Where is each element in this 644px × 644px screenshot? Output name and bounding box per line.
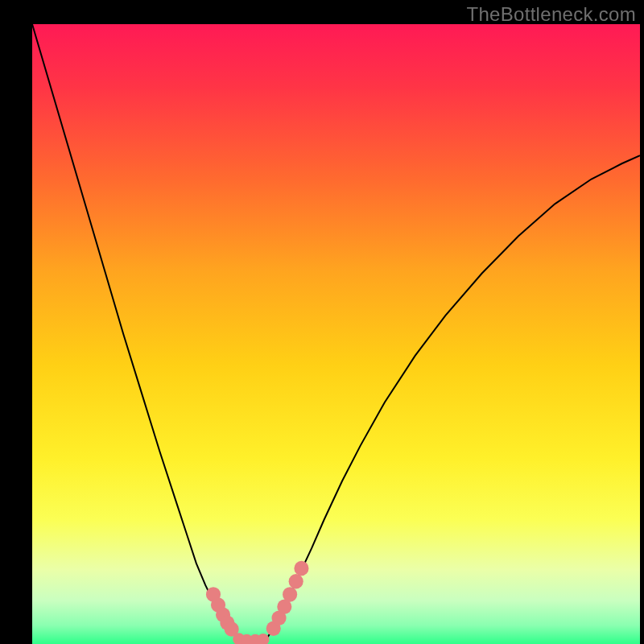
chart-container: TheBottleneck.com (0, 0, 644, 644)
chart-svg (32, 24, 640, 644)
watermark-text: TheBottleneck.com (466, 3, 636, 26)
data-marker (289, 574, 303, 588)
data-marker (283, 587, 297, 601)
data-marker (294, 561, 308, 576)
plot-area (32, 24, 640, 644)
